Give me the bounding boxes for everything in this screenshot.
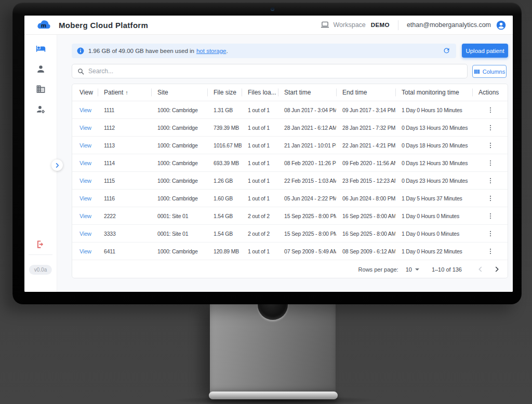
kebab-menu-icon (487, 195, 494, 202)
row-actions-button[interactable] (486, 194, 495, 203)
kebab-menu-icon (487, 248, 494, 255)
column-header-files-loa[interactable]: Files loa... (242, 84, 278, 101)
column-header-file-size[interactable]: File size (207, 84, 242, 101)
row-actions-button[interactable] (486, 159, 495, 167)
cell-file-size: 1.60 GB (207, 195, 242, 201)
cell-total-monitoring-time: 0 Days 13 Hours 20 Minutes (395, 125, 472, 131)
cell-patient: 1114 (98, 160, 151, 166)
view-link[interactable]: View (79, 142, 91, 149)
view-link[interactable]: View (79, 195, 91, 201)
kebab-menu-icon (487, 230, 494, 237)
webcam-dot (271, 7, 274, 11)
sidebar-expand-button[interactable] (51, 159, 63, 171)
cell-file-size: 1.54 GB (207, 213, 242, 219)
person-icon (36, 64, 46, 74)
row-actions-button[interactable] (486, 106, 495, 114)
sidebar-item-patients[interactable] (35, 43, 46, 53)
column-header-end-time[interactable]: End time (336, 84, 395, 101)
cell-total-monitoring-time: 1 Day 0 Hours 0 Minutes (395, 231, 472, 237)
cell-site: 1000: Cambridge (151, 178, 207, 184)
view-link[interactable]: View (79, 107, 91, 113)
row-actions-button[interactable] (486, 141, 495, 150)
cell-actions (472, 194, 508, 203)
table-row: View11161000: Cambridge1.60 GB1 out of 1… (72, 190, 508, 207)
view-link[interactable]: View (79, 125, 91, 131)
cell-files-loaded: 1 out of 1 (242, 195, 278, 201)
view-link[interactable]: View (79, 160, 91, 166)
cell-files-loaded: 1 out of 1 (242, 178, 278, 184)
cell-actions (472, 177, 508, 185)
workspace-label: Workspace (334, 21, 366, 29)
sort-ascending-icon: ↑ (125, 89, 128, 96)
previous-page-button[interactable] (475, 265, 485, 274)
cell-site: 1000: Cambridge (151, 107, 207, 113)
column-header-site[interactable]: Site (151, 84, 207, 101)
hot-storage-link[interactable]: hot storage (196, 48, 227, 54)
cell-actions (472, 106, 508, 114)
sidebar-item-people[interactable] (35, 63, 46, 74)
columns-button[interactable]: Columns (472, 65, 507, 78)
cell-start-time: 08 Feb 2020 - 11:26 PM (278, 160, 336, 166)
cell-end-time: 28 Jan 2021 - 7:32 PM (336, 125, 395, 131)
column-header-view[interactable]: View (72, 84, 98, 101)
row-actions-button[interactable] (486, 247, 495, 255)
bed-icon (36, 44, 46, 53)
cell-file-size: 120.89 MB (207, 248, 242, 254)
cell-start-time: 07 Sep 2009 - 5:49 AM (278, 248, 336, 254)
rows-per-page-label: Rows per page: (358, 266, 398, 273)
upload-patient-button[interactable]: Upload patient (462, 44, 508, 58)
column-header-patient[interactable]: Patient↑ (98, 84, 151, 101)
cell-total-monitoring-time: 0 Days 18 Hours 20 Minutes (395, 142, 472, 149)
view-link[interactable]: View (79, 178, 91, 184)
cell-actions (472, 230, 508, 238)
storage-message: 1.96 GB of 49.00 GB have been used in (88, 48, 194, 54)
cell-file-size: 1.31 GB (207, 107, 242, 113)
table-header-row: ViewPatient↑SiteFile sizeFiles loa...Sta… (72, 84, 508, 101)
table-row: View11141000: Cambridge693.39 MB1 out of… (72, 154, 508, 172)
caret-down-icon (415, 268, 419, 271)
sidebar-item-sites[interactable] (35, 84, 46, 94)
row-actions-button[interactable] (486, 177, 495, 185)
workspace-name[interactable]: DEMO (371, 22, 390, 28)
account-circle-icon[interactable] (496, 20, 506, 30)
storage-banner: 1.96 GB of 49.00 GB have been used in ho… (72, 44, 456, 58)
cell-view: View (72, 213, 98, 219)
table-row: View33330001: Site 011.54 GB2 out of 215… (72, 225, 508, 243)
cell-actions (472, 247, 508, 255)
patients-table: ViewPatient↑SiteFile sizeFiles loa...Sta… (72, 84, 508, 278)
column-header-total-monitoring-time[interactable]: Total monitoring time (395, 84, 472, 101)
row-actions-button[interactable] (486, 212, 495, 220)
cell-site: 1000: Cambridge (151, 248, 207, 254)
cell-files-loaded: 1 out of 1 (242, 248, 278, 254)
row-actions-button[interactable] (486, 124, 495, 132)
cell-patient: 1113 (98, 142, 151, 149)
cell-total-monitoring-time: 1 Day 5 Hours 37 Minutes (395, 195, 472, 201)
cell-file-size: 1.26 GB (207, 178, 242, 184)
refresh-button[interactable] (443, 47, 451, 55)
cell-patient: 1115 (98, 178, 151, 184)
rows-per-page-select[interactable]: 10 (406, 266, 419, 273)
column-header-actions[interactable]: Actions (472, 84, 508, 101)
cell-view: View (72, 125, 98, 131)
svg-text:m: m (41, 22, 46, 29)
cell-file-size: 1016.67 MB (207, 142, 242, 149)
pagination-range: 1–10 of 136 (432, 266, 462, 273)
cell-files-loaded: 1 out of 1 (242, 125, 278, 131)
column-header-start-time[interactable]: Start time (278, 84, 336, 101)
sidebar-item-user-management[interactable] (35, 104, 46, 114)
info-icon (77, 47, 84, 55)
view-link[interactable]: View (79, 248, 91, 254)
view-link[interactable]: View (79, 231, 91, 237)
view-link[interactable]: View (79, 213, 91, 219)
cell-files-loaded: 2 out of 2 (242, 213, 278, 219)
logout-button[interactable] (35, 239, 46, 250)
cell-start-time: 22 Feb 2015 - 1:03 AM (278, 178, 336, 184)
next-page-button[interactable] (492, 265, 501, 274)
cell-end-time: 06 Jun 2024 - 8:00 PM (336, 195, 395, 201)
header-divider (398, 20, 398, 30)
row-actions-button[interactable] (486, 230, 495, 238)
columns-button-label: Columns (483, 69, 505, 75)
cell-end-time: 22 Jan 2021 - 4:21 PM (336, 142, 395, 149)
laptop-icon (321, 21, 329, 29)
search-input[interactable] (88, 68, 462, 75)
